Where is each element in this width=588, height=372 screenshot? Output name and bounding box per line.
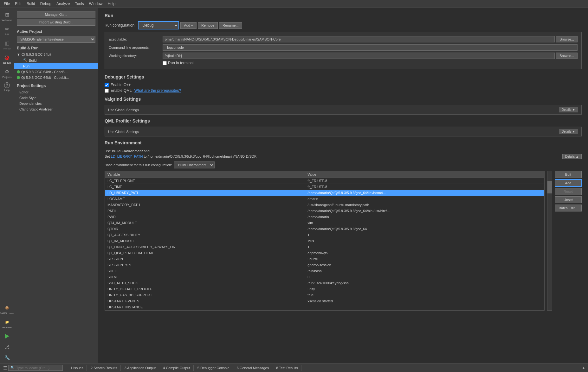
sidebar-item-projects[interactable]: ⚙ Projects (0, 66, 14, 80)
env-table-row[interactable]: SHLVL0 (105, 274, 544, 280)
env-table-wrapper: Variable Value LC_TELEPHONEfr_FR.UTF-8LC… (105, 171, 545, 311)
menu-debug[interactable]: Debug (38, 1, 54, 7)
col-variable: Variable (105, 171, 305, 178)
tab-compile-output[interactable]: 4 Compile Output (160, 365, 194, 371)
executable-input[interactable] (163, 36, 555, 42)
unset-env-button[interactable]: Unset (555, 196, 582, 203)
ld-library-path-link[interactable]: LD_LIBRARY_PATH (111, 154, 143, 158)
remove-button[interactable]: Remove (198, 22, 218, 29)
rename-button[interactable]: Rename... (219, 22, 242, 29)
tab-general-messages[interactable]: 6 General Messages (234, 365, 273, 371)
settings-dependencies[interactable]: Dependencies (14, 101, 98, 106)
menu-window[interactable]: Window (87, 1, 105, 7)
env-table-row[interactable]: SESSIONubuntu (105, 256, 544, 262)
release-icon: 📁 (3, 318, 10, 325)
env-table-row[interactable]: UPSTART_INSTANCE (105, 304, 544, 310)
env-val-cell: fr_FR.UTF-8 (305, 178, 544, 184)
sidebar-item-welcome[interactable]: ⊞ Welcome (0, 9, 14, 23)
tree-qt-gcc[interactable]: ▼ Qt 5.9.3 GCC 64bit (14, 52, 98, 57)
run-env-details-button[interactable]: Details ▲ (562, 154, 582, 159)
env-scrollbar[interactable] (547, 171, 552, 311)
workdir-input[interactable] (163, 53, 555, 59)
env-val-cell (305, 304, 544, 310)
env-table-row[interactable]: UNITY_DEFAULT_PROFILEunity (105, 286, 544, 292)
sidebar-item-sams-ease[interactable]: 📦 SAMS...ease (0, 302, 14, 317)
search-input[interactable] (16, 366, 61, 370)
settings-code-style[interactable]: Code Style (14, 95, 98, 101)
sidebar-item-debug[interactable]: 🐞 Debug (0, 52, 14, 66)
build-env-bold: Build Environment (112, 149, 143, 153)
settings-clang[interactable]: Clang Static Analyzer (14, 106, 98, 112)
env-var-cell: QTDIR (105, 226, 305, 232)
add-button[interactable]: Add ▾ (180, 22, 197, 29)
tree-codelit[interactable]: Qt 5.9.3 GCC 64bit - CodeLit... (14, 75, 98, 80)
executable-browse-button[interactable]: Browse... (556, 36, 578, 42)
env-var-cell: SHLVL (105, 274, 305, 280)
env-table-row[interactable]: QT4_IM_MODULExim (105, 220, 544, 226)
tree-run[interactable]: Run (14, 63, 98, 69)
valgrind-details-button[interactable]: Details ▼ (559, 107, 578, 112)
import-existing-build-button[interactable]: Import Existing Build... (17, 19, 95, 26)
env-table-row[interactable]: LC_TELEPHONEfr_FR.UTF-8 (105, 178, 544, 184)
wrench-icon: 🔧 (3, 354, 10, 361)
add-env-button[interactable]: Add (555, 179, 582, 187)
prerequisites-link[interactable]: What are the prerequisites? (134, 88, 181, 93)
tree-codebl[interactable]: Qt 5.9.3 GCC 64bit - CodeBl... (14, 69, 98, 75)
env-table-row[interactable]: QT_QPA_PLATFORMTHEMEappmenu-qt5 (105, 250, 544, 256)
run-in-terminal-checkbox[interactable] (163, 61, 167, 65)
env-table-row[interactable]: LC_TIMEfr_FR.UTF-8 (105, 184, 544, 190)
tree-expand-icon: ▼ (17, 53, 20, 56)
manage-kits-button[interactable]: Manage Kits... (17, 11, 95, 18)
content-area: Run Run configuration: Debug Add ▾ Remov… (98, 8, 588, 363)
base-env-select[interactable]: Build Environment (174, 161, 215, 168)
env-table-row[interactable]: QTDIR/home/dmarin/Qt/Qt5.9.3/5.9.3/gcc_6… (105, 226, 544, 232)
sidebar-item-branch[interactable]: ⎇ (0, 342, 14, 352)
env-table-row[interactable]: LOGNAMEdmarin (105, 196, 544, 202)
env-table-row[interactable]: UPSTART_EVENTSxsession started (105, 298, 544, 304)
env-table-row[interactable]: PWD/home/dmarin (105, 214, 544, 220)
enable-qml-checkbox[interactable] (105, 89, 109, 93)
env-var-cell: PATH (105, 208, 305, 214)
run-config-select[interactable]: Debug (138, 21, 179, 29)
tab-test-results[interactable]: 8 Test Results (273, 365, 301, 371)
menu-analyze[interactable]: Analyze (54, 1, 73, 7)
env-table-row[interactable]: QT_LINUX_ACCESSIBILITY_ALWAYS_ON1 (105, 244, 544, 250)
sidebar-item-help[interactable]: ? Help (0, 80, 14, 93)
env-table-row[interactable]: MANDATORY_PATH/usr/share/gconf/ubuntu.ma… (105, 202, 544, 208)
menu-tools[interactable]: Tools (73, 1, 87, 7)
cmdline-input[interactable] (163, 44, 578, 51)
menu-help[interactable]: Help (105, 1, 118, 7)
workdir-row: Working directory: Browse... (109, 53, 578, 59)
env-table-row[interactable]: SSH_AUTH_SOCK/run/user/1000/keyring/ssh (105, 280, 544, 286)
tab-issues[interactable]: 1 Issues (67, 365, 87, 371)
tab-search-results[interactable]: 2 Search Results (87, 365, 121, 371)
reset-env-button[interactable]: Reset (555, 188, 582, 195)
tree-build[interactable]: 🔨 Build (14, 57, 98, 63)
env-table-row[interactable]: SHELL/bin/bash (105, 268, 544, 274)
sidebar-item-play[interactable] (0, 331, 14, 342)
batch-edit-button[interactable]: Batch Edit... (555, 205, 582, 211)
env-table-row[interactable]: QT_ACCESSIBILITY1 (105, 232, 544, 238)
workdir-browse-button[interactable]: Browse... (556, 53, 578, 59)
env-table-row[interactable]: SESSIONTYPEgnome-session (105, 262, 544, 268)
menu-edit[interactable]: Edit (12, 1, 24, 7)
env-table-row[interactable]: QT_IM_MODULEibus (105, 238, 544, 244)
tab-debugger-console[interactable]: 5 Debugger Console (194, 365, 233, 371)
enable-cpp-checkbox[interactable] (105, 83, 109, 87)
menu-file[interactable]: File (1, 1, 12, 7)
settings-editor[interactable]: Editor (14, 89, 98, 95)
bottom-arrow-up[interactable]: ▲ (582, 366, 585, 370)
qml-profiler-details-button[interactable]: Details ▼ (559, 129, 578, 134)
tab-app-output[interactable]: 3 Application Output (121, 365, 159, 371)
bottom-menu-icon[interactable]: ☰ (2, 365, 8, 371)
sidebar-item-release[interactable]: 📁 Release (0, 317, 14, 331)
env-table-row[interactable]: LD_LIBRARY_PATH/home/dmarin/Qt/Qt5.9.3/5… (105, 190, 544, 196)
sidebar-item-edit[interactable]: ✏ Edit (0, 23, 14, 38)
sidebar-item-design[interactable]: ◧ Design (0, 38, 14, 52)
env-table-row[interactable]: PATH/home/dmarin/Qt/Qt5.9.3/5.9.3/gcc_64… (105, 208, 544, 214)
sidebar-item-wrench[interactable]: 🔧 (0, 352, 14, 363)
edit-env-button[interactable]: Edit (555, 171, 582, 178)
env-table-row[interactable]: UNITY_HAS_3D_SUPPORTtrue (105, 292, 544, 298)
menu-build[interactable]: Build (24, 1, 38, 7)
project-dropdown[interactable]: SAMSON-Elements-release (17, 36, 95, 43)
